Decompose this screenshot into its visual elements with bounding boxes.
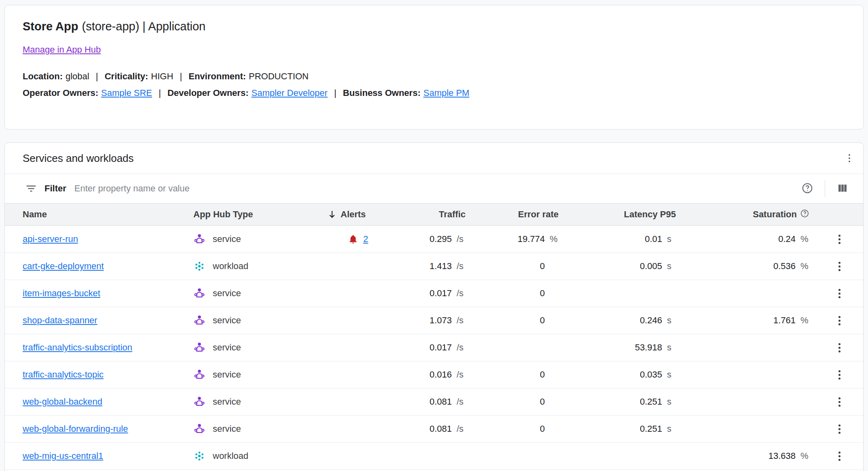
service-icon bbox=[193, 342, 205, 354]
app-header-card: Store App(store-app) | Application Manag… bbox=[4, 5, 864, 129]
row-name-link[interactable]: cart-gke-deployment bbox=[23, 261, 104, 271]
table-row: traffic-analytics-topic service 0.016 /s… bbox=[5, 361, 863, 388]
column-header-alerts[interactable]: Alerts bbox=[316, 209, 397, 220]
saturation-header-label: Saturation bbox=[753, 209, 797, 220]
help-button[interactable] bbox=[799, 180, 816, 198]
row-menu-button[interactable] bbox=[836, 422, 843, 436]
location-label: Location: bbox=[23, 71, 63, 81]
column-header-type[interactable]: App Hub Type bbox=[183, 209, 316, 220]
app-meta-line-1: Location:global | Criticality:HIGH | Env… bbox=[23, 68, 845, 85]
app-title-suffix: (store-app) | Application bbox=[82, 20, 205, 33]
developer-owner-link[interactable]: Sampler Developer bbox=[251, 88, 327, 98]
row-type-label: service bbox=[213, 342, 241, 353]
saturation-unit: % bbox=[796, 261, 816, 272]
column-header-traffic[interactable]: Traffic bbox=[397, 209, 472, 220]
row-type-label: service bbox=[213, 424, 241, 434]
separator: | bbox=[96, 71, 98, 81]
app-meta-line-2: Operator Owners:Sample SRE | Developer O… bbox=[23, 85, 845, 101]
column-header-error-rate[interactable]: Error rate bbox=[472, 209, 565, 220]
service-icon bbox=[193, 233, 205, 245]
more-vert-icon bbox=[838, 452, 840, 461]
traffic-unit: /s bbox=[452, 288, 472, 299]
latency-value: 0.01 bbox=[565, 234, 662, 244]
row-menu-button[interactable] bbox=[836, 368, 843, 382]
environment-value: PRODUCTION bbox=[249, 71, 309, 81]
table-row: api-server-run service 2 0.295 /s 19.774… bbox=[5, 226, 863, 253]
row-menu-button[interactable] bbox=[836, 286, 843, 301]
latency-unit: s bbox=[662, 397, 682, 407]
more-vert-icon bbox=[838, 343, 840, 352]
row-menu-button[interactable] bbox=[836, 314, 843, 328]
latency-value: 0.035 bbox=[565, 369, 662, 380]
alert-count-link[interactable]: 2 bbox=[363, 234, 368, 244]
error-rate-value: 0 bbox=[472, 315, 545, 326]
row-menu-button[interactable] bbox=[836, 341, 843, 355]
table-row: item-images-bucket service 0.017 /s 0 bbox=[5, 280, 863, 307]
row-menu-button[interactable] bbox=[836, 395, 843, 409]
page-title: Store App(store-app) | Application bbox=[23, 20, 845, 33]
row-menu-button[interactable] bbox=[836, 259, 843, 274]
error-rate-value: 19.774 bbox=[472, 234, 545, 244]
traffic-value: 1.073 bbox=[397, 315, 452, 326]
more-vert-icon bbox=[838, 262, 840, 271]
traffic-value: 0.295 bbox=[397, 234, 452, 244]
panel-menu-button[interactable] bbox=[846, 152, 853, 165]
help-icon bbox=[801, 182, 813, 195]
more-vert-icon bbox=[849, 154, 850, 162]
row-name-link[interactable]: item-images-bucket bbox=[23, 288, 100, 298]
more-vert-icon bbox=[838, 235, 840, 244]
saturation-value: 0.24 bbox=[682, 234, 796, 244]
filter-label[interactable]: Filter bbox=[44, 183, 66, 194]
traffic-unit: /s bbox=[452, 261, 472, 272]
column-header-name[interactable]: Name bbox=[5, 209, 183, 220]
traffic-unit: /s bbox=[452, 369, 472, 380]
column-header-saturation[interactable]: Saturation bbox=[682, 209, 816, 221]
sort-descending-icon bbox=[327, 209, 337, 220]
more-vert-icon bbox=[838, 397, 840, 407]
service-icon bbox=[193, 423, 205, 435]
column-header-latency[interactable]: Latency P95 bbox=[565, 209, 682, 220]
row-type-label: service bbox=[213, 397, 241, 407]
row-name-link[interactable]: web-mig-us-central1 bbox=[23, 451, 103, 461]
developer-owners-label: Developer Owners: bbox=[167, 88, 249, 98]
traffic-value: 0.017 bbox=[397, 342, 452, 353]
table-row: web-mig-us-central1 workload 13.638 % bbox=[5, 443, 863, 470]
row-name-link[interactable]: web-global-forwarding-rule bbox=[23, 424, 128, 434]
operator-owner-link[interactable]: Sample SRE bbox=[101, 88, 152, 98]
row-menu-button[interactable] bbox=[836, 449, 843, 463]
saturation-unit: % bbox=[796, 451, 816, 461]
table-row: web-global-forwarding-rule service 0.081… bbox=[5, 416, 863, 443]
traffic-unit: /s bbox=[452, 315, 472, 326]
help-icon bbox=[800, 209, 809, 221]
criticality-label: Criticality: bbox=[105, 71, 148, 81]
traffic-value: 0.081 bbox=[397, 397, 452, 407]
separator: | bbox=[180, 71, 182, 81]
row-name-link[interactable]: traffic-analytics-subscription bbox=[23, 342, 132, 352]
row-name-link[interactable]: web-global-backend bbox=[23, 397, 102, 407]
error-rate-unit: % bbox=[545, 234, 565, 244]
error-rate-value: 0 bbox=[472, 288, 545, 299]
more-vert-icon bbox=[838, 424, 840, 434]
row-name-link[interactable]: api-server-run bbox=[23, 234, 78, 244]
filter-icon bbox=[25, 182, 37, 195]
latency-unit: s bbox=[662, 234, 682, 244]
saturation-value: 0.536 bbox=[682, 261, 796, 272]
column-settings-button[interactable] bbox=[834, 180, 851, 198]
row-menu-button[interactable] bbox=[836, 232, 843, 246]
filter-input[interactable] bbox=[74, 183, 792, 194]
manage-app-hub-link[interactable]: Manage in App Hub bbox=[23, 45, 101, 55]
traffic-unit: /s bbox=[452, 424, 472, 434]
saturation-unit: % bbox=[796, 234, 816, 244]
row-type-label: workload bbox=[213, 451, 248, 461]
business-owner-link[interactable]: Sample PM bbox=[423, 88, 470, 98]
traffic-value: 0.081 bbox=[397, 424, 452, 434]
row-type-label: service bbox=[213, 369, 241, 380]
row-type-label: workload bbox=[213, 261, 248, 272]
latency-value: 0.005 bbox=[565, 261, 662, 272]
service-icon bbox=[193, 287, 205, 299]
business-owners-label: Business Owners: bbox=[343, 88, 421, 98]
row-name-link[interactable]: traffic-analytics-topic bbox=[23, 369, 104, 380]
latency-unit: s bbox=[662, 424, 682, 434]
row-name-link[interactable]: shop-data-spanner bbox=[23, 315, 97, 325]
latency-unit: s bbox=[662, 315, 682, 326]
